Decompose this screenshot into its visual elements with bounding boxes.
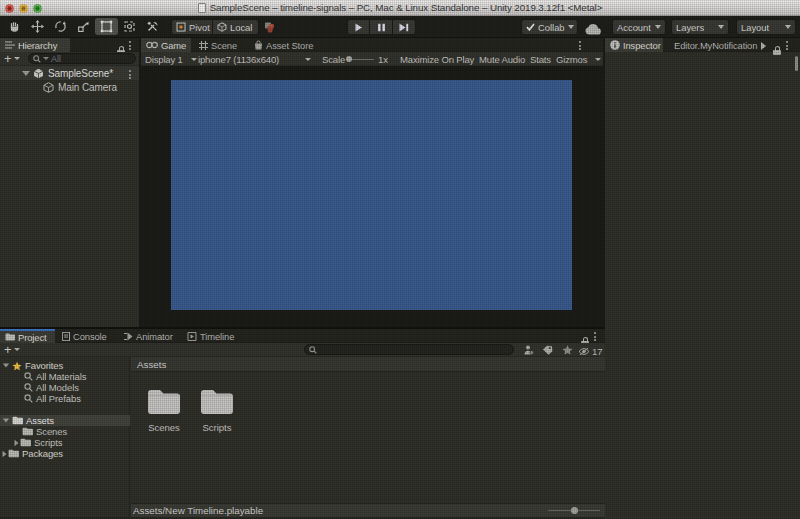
scale-tool-button[interactable] <box>72 18 95 35</box>
tree-favorites[interactable]: Favorites <box>0 360 130 371</box>
assets-foldout-icon[interactable] <box>3 419 9 423</box>
unity-scene-icon <box>33 68 44 79</box>
tree-assets-selected[interactable]: Assets <box>0 415 130 426</box>
project-create-button[interactable]: + <box>4 345 20 355</box>
stats-button[interactable]: Stats <box>530 52 551 66</box>
tab-editor-notification[interactable]: Editor.MyNotification <box>669 38 759 52</box>
hand-tool-button[interactable] <box>3 18 26 35</box>
tree-scripts[interactable]: Scripts <box>0 437 130 448</box>
rect-tool-button[interactable] <box>95 18 118 35</box>
tree-all-models[interactable]: All Models <box>0 382 130 393</box>
tab-scene[interactable]: Scene <box>194 38 242 52</box>
tab-hierarchy[interactable]: Hierarchy <box>0 38 70 52</box>
maximize-on-play-button[interactable]: Maximize On Play <box>400 52 474 66</box>
folder-item-scripts[interactable]: Scripts <box>199 386 235 433</box>
all-materials-label: All Materials <box>36 371 86 382</box>
hierarchy-search-placeholder: All <box>51 54 61 64</box>
step-button[interactable] <box>393 19 416 35</box>
project-search-icon <box>309 346 317 354</box>
tree-packages[interactable]: Packages <box>0 448 130 459</box>
collab-button[interactable]: Collab <box>521 19 578 35</box>
hierarchy-menu-icon[interactable] <box>129 41 131 50</box>
favorites-star-icon <box>12 361 22 371</box>
scene-row[interactable]: SampleScene* <box>0 66 139 80</box>
display-label: Display 1 <box>145 54 183 65</box>
hidden-packages-toggle[interactable]: 17 <box>578 346 603 357</box>
tab-game[interactable]: Game <box>141 38 191 52</box>
scripts-foldout-icon[interactable] <box>15 439 19 445</box>
mute-audio-button[interactable]: Mute Audio <box>479 52 525 66</box>
create-caret-icon <box>14 57 20 60</box>
play-button[interactable] <box>347 19 370 35</box>
local-toggle-button[interactable]: Local <box>213 19 259 35</box>
thumbnail-slider-thumb[interactable] <box>571 507 578 514</box>
account-dropdown[interactable]: Account <box>612 19 666 35</box>
display-dropdown[interactable]: Display 1 <box>145 52 197 66</box>
resolution-dropdown[interactable]: iphone7 (1136x640) <box>198 52 311 66</box>
game-menu-icon[interactable] <box>579 41 581 50</box>
collab-label: Collab <box>538 22 565 33</box>
layout-dropdown[interactable]: Layout <box>736 19 796 35</box>
game-render-screen[interactable] <box>171 80 572 310</box>
project-plus-icon: + <box>4 345 12 355</box>
local-icon <box>217 22 227 32</box>
rotate-tool-button[interactable] <box>49 18 72 35</box>
inspector-lock-icon[interactable] <box>773 46 781 55</box>
tree-all-materials[interactable]: All Materials <box>0 371 130 382</box>
game-viewport <box>141 66 603 327</box>
project-status-bar: Assets/New Timeline.playable <box>131 503 605 517</box>
save-search-button[interactable] <box>562 345 573 355</box>
tab-project[interactable]: Project <box>0 329 55 343</box>
inspector-menu-icon[interactable] <box>786 41 788 50</box>
tree-scenes[interactable]: Scenes <box>0 426 130 437</box>
game-tabbar: Game Scene Asset Store <box>141 38 603 52</box>
account-caret-icon <box>655 25 661 29</box>
project-search-input[interactable] <box>304 344 514 355</box>
packages-foldout-icon[interactable] <box>3 450 7 456</box>
folder-item-scenes[interactable]: Scenes <box>146 386 182 433</box>
scale-slider-thumb[interactable] <box>346 56 352 62</box>
tab-asset-store[interactable]: Asset Store <box>249 38 318 52</box>
assets-folder-icon <box>12 416 23 425</box>
tab-timeline[interactable]: Timeline <box>182 329 239 343</box>
move-tool-button[interactable] <box>26 18 49 35</box>
custom-editor-tool-button[interactable] <box>263 21 276 34</box>
pause-button[interactable] <box>370 19 393 35</box>
transform-tool-button[interactable] <box>118 18 141 35</box>
favorites-foldout-icon[interactable] <box>3 364 9 368</box>
tab-animator[interactable]: Animator <box>118 329 178 343</box>
models-search-icon <box>24 383 33 392</box>
pause-icon <box>377 23 386 32</box>
collab-check-icon <box>526 23 535 31</box>
scale-slider-track[interactable] <box>349 59 374 61</box>
tab-scroll-right-icon[interactable] <box>761 42 766 50</box>
layers-dropdown[interactable]: Layers <box>671 19 729 35</box>
breadcrumb-bar: Assets <box>131 357 605 372</box>
hierarchy-search-input[interactable]: All <box>28 53 136 64</box>
main-toolbar: Pivot Local <box>0 16 800 38</box>
pivot-toggle-button[interactable]: Pivot <box>171 19 213 35</box>
tree-all-prefabs[interactable]: All Prefabs <box>0 393 130 404</box>
game-view-icon <box>146 41 158 49</box>
game-panel: Game Scene Asset Store Display 1 <box>141 38 605 327</box>
project-menu-icon[interactable] <box>594 332 596 341</box>
inspector-scrollbar-thumb[interactable] <box>795 56 798 71</box>
hierarchy-create-button[interactable]: + <box>4 54 20 64</box>
tab-inspector[interactable]: Inspector <box>605 38 663 52</box>
project-panel: Project Console Animator <box>0 327 605 519</box>
hierarchy-tabbar: Hierarchy <box>0 38 139 52</box>
custom-tool-button[interactable] <box>141 18 164 35</box>
search-by-label-button[interactable] <box>542 345 553 355</box>
layout-label: Layout <box>741 22 769 33</box>
cloud-button[interactable] <box>585 24 602 35</box>
main-camera-label: Main Camera <box>58 82 117 93</box>
scene-foldout-icon[interactable] <box>22 71 30 76</box>
scene-menu-icon[interactable] <box>129 70 131 79</box>
hierarchy-panel: Hierarchy + All <box>0 38 141 327</box>
tab-console[interactable]: Console <box>57 329 112 343</box>
gizmos-dropdown[interactable]: Gizmos <box>556 52 601 66</box>
hierarchy-item-main-camera[interactable]: Main Camera <box>0 80 139 94</box>
all-models-label: All Models <box>36 382 79 393</box>
breadcrumb-assets[interactable]: Assets <box>137 359 166 370</box>
search-by-type-button[interactable] <box>523 345 534 355</box>
